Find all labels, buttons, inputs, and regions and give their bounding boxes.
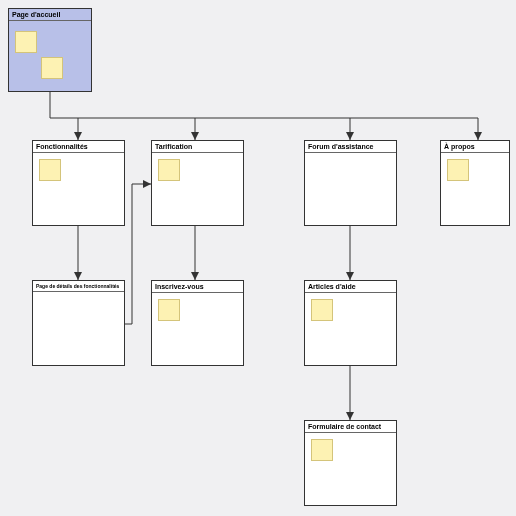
node-title: Forum d'assistance xyxy=(305,141,396,153)
node-home[interactable]: Page d'accueil xyxy=(8,8,92,92)
sticky-note[interactable] xyxy=(158,159,180,181)
node-pricing[interactable]: Tarification xyxy=(151,140,244,226)
node-articles[interactable]: Articles d'aide xyxy=(304,280,397,366)
node-title: Page d'accueil xyxy=(9,9,91,21)
svg-marker-21 xyxy=(143,180,151,188)
node-detail[interactable]: Page de détails des fonctionnalités xyxy=(32,280,125,366)
svg-marker-11 xyxy=(74,272,82,280)
node-title: Articles d'aide xyxy=(305,281,396,293)
sticky-note[interactable] xyxy=(15,31,37,53)
sticky-note[interactable] xyxy=(447,159,469,181)
node-title: Page de détails des fonctionnalités xyxy=(33,281,124,292)
node-contact[interactable]: Formulaire de contact xyxy=(304,420,397,506)
sticky-note[interactable] xyxy=(41,57,63,79)
svg-marker-3 xyxy=(74,132,82,140)
node-title: À propos xyxy=(441,141,509,153)
node-about[interactable]: À propos xyxy=(440,140,510,226)
sticky-note[interactable] xyxy=(39,159,61,181)
sticky-note[interactable] xyxy=(311,299,333,321)
svg-marker-7 xyxy=(346,132,354,140)
node-signup[interactable]: Inscrivez-vous xyxy=(151,280,244,366)
svg-marker-13 xyxy=(191,272,199,280)
svg-marker-15 xyxy=(346,272,354,280)
svg-marker-9 xyxy=(474,132,482,140)
svg-marker-5 xyxy=(191,132,199,140)
node-features[interactable]: Fonctionnalités xyxy=(32,140,125,226)
sticky-note[interactable] xyxy=(158,299,180,321)
svg-marker-17 xyxy=(346,412,354,420)
sitemap-canvas: Page d'accueil Fonctionnalités Tarificat… xyxy=(0,0,516,516)
node-title: Inscrivez-vous xyxy=(152,281,243,293)
node-title: Tarification xyxy=(152,141,243,153)
node-title: Formulaire de contact xyxy=(305,421,396,433)
sticky-note[interactable] xyxy=(311,439,333,461)
node-title: Fonctionnalités xyxy=(33,141,124,153)
node-forum[interactable]: Forum d'assistance xyxy=(304,140,397,226)
